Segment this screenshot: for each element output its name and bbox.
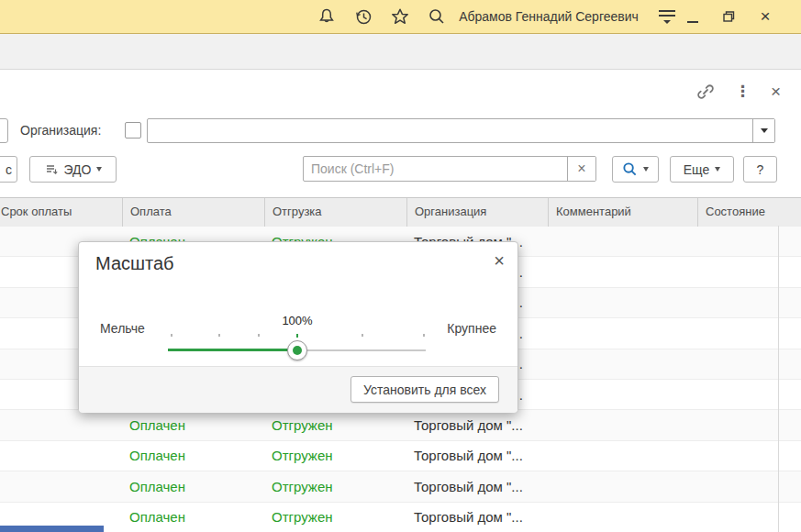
cell-comment bbox=[548, 257, 697, 286]
cell-shipment: Отгружен bbox=[264, 410, 406, 439]
service-menu-lines bbox=[659, 10, 675, 24]
search-icon bbox=[622, 161, 638, 177]
column-header-5[interactable]: Состояние bbox=[697, 198, 801, 227]
cell-comment bbox=[548, 288, 697, 317]
find-button[interactable] bbox=[612, 156, 659, 183]
cell-shipment: Отгружен bbox=[264, 471, 406, 501]
cell-payment: Оплачен bbox=[122, 441, 264, 471]
cell-state bbox=[697, 441, 801, 471]
table-row[interactable]: ОплаченОтгруженТорговый дом "... bbox=[0, 503, 801, 532]
slider-tick-current bbox=[296, 334, 298, 338]
close-window-button[interactable]: × bbox=[756, 0, 774, 33]
taskbar-fragment bbox=[0, 526, 104, 532]
cell-payment: Оплачен bbox=[122, 410, 264, 439]
cell-due bbox=[0, 410, 122, 439]
organization-checkbox[interactable] bbox=[125, 122, 141, 139]
help-button-label: ? bbox=[757, 162, 764, 177]
dialog-footer: Установить для всех bbox=[79, 366, 517, 413]
cell-state bbox=[697, 257, 801, 286]
cell-organization: Торговый дом "... bbox=[406, 471, 548, 501]
function-panel-strip bbox=[0, 34, 801, 70]
table-row[interactable]: ОплаченОтгруженТорговый дом "... bbox=[0, 471, 801, 502]
form-close-button[interactable]: × bbox=[771, 83, 781, 100]
table-header-row: Срок оплатыОплатаОтгрузкаОрганизацияКомм… bbox=[0, 197, 801, 227]
get-link-icon[interactable] bbox=[696, 83, 715, 101]
search-input[interactable] bbox=[304, 157, 567, 181]
more-actions-button[interactable]: Еще bbox=[670, 156, 734, 183]
cell-comment bbox=[548, 349, 697, 379]
cell-organization: Торговый дом "... bbox=[406, 503, 548, 532]
column-header-3[interactable]: Организация bbox=[406, 198, 548, 227]
cutoff-field-fragment[interactable] bbox=[0, 118, 8, 143]
edo-button-label: ЭДО bbox=[64, 162, 92, 177]
cell-comment bbox=[548, 441, 697, 471]
cell-state bbox=[697, 349, 801, 379]
minimize-button[interactable] bbox=[684, 0, 701, 33]
edo-documents-icon bbox=[44, 162, 59, 177]
zoom-slider-handle[interactable] bbox=[287, 340, 307, 360]
column-header-4[interactable]: Комментарий bbox=[548, 198, 697, 227]
search-box: × bbox=[303, 156, 596, 182]
cell-state bbox=[697, 410, 801, 439]
chevron-down-icon bbox=[643, 167, 649, 172]
current-user-name[interactable]: Абрамов Геннадий Сергеевич bbox=[459, 0, 639, 33]
smaller-label: Мельче bbox=[100, 321, 145, 336]
organization-input[interactable] bbox=[148, 119, 752, 142]
chevron-down-icon bbox=[761, 128, 768, 133]
table-row[interactable]: ОплаченОтгруженТорговый дом "... bbox=[0, 410, 801, 440]
cell-state bbox=[697, 503, 801, 532]
history-icon[interactable] bbox=[352, 0, 374, 33]
help-button[interactable]: ? bbox=[743, 156, 777, 183]
zoom-slider-fill bbox=[168, 349, 297, 351]
dialog-title: Масштаб bbox=[95, 253, 174, 274]
app-window: Абрамов Геннадий Сергеевич × ⋮ × bbox=[0, 0, 801, 532]
cell-comment bbox=[548, 471, 697, 501]
apply-for-all-button[interactable]: Установить для всех bbox=[350, 376, 499, 403]
organization-dropdown-button[interactable] bbox=[752, 119, 774, 142]
column-header-1[interactable]: Оплата bbox=[122, 198, 264, 227]
cutoff-button-fragment[interactable]: с bbox=[0, 156, 17, 183]
cell-comment bbox=[548, 318, 697, 348]
table-row[interactable]: ОплаченОтгруженТорговый дом "... bbox=[0, 441, 801, 471]
cell-organization: Торговый дом "... bbox=[406, 441, 548, 471]
larger-label: Крупнее bbox=[447, 321, 496, 336]
dialog-close-button[interactable]: × bbox=[494, 250, 505, 272]
cell-due bbox=[0, 441, 122, 471]
cell-state bbox=[697, 227, 801, 256]
cell-state bbox=[697, 380, 801, 409]
service-menu-icon[interactable] bbox=[655, 0, 679, 33]
chevron-down-icon bbox=[96, 167, 102, 172]
chevron-down-icon bbox=[715, 167, 720, 172]
slider-tick bbox=[258, 334, 260, 337]
clear-search-button[interactable]: × bbox=[567, 157, 595, 181]
cell-comment bbox=[548, 227, 697, 256]
column-header-0[interactable]: Срок оплаты bbox=[0, 198, 122, 227]
slider-tick bbox=[218, 334, 220, 337]
cell-shipment: Отгружен bbox=[264, 503, 406, 532]
cutoff-button-label: с bbox=[6, 162, 12, 177]
notifications-bell-icon[interactable] bbox=[316, 0, 338, 33]
cell-state bbox=[697, 318, 801, 348]
global-search-icon[interactable] bbox=[426, 0, 448, 33]
cell-comment bbox=[548, 503, 697, 532]
title-bar: Абрамов Геннадий Сергеевич × bbox=[0, 0, 801, 34]
slider-tick bbox=[362, 334, 363, 337]
command-bar: с ЭДО × Еще ? bbox=[0, 156, 801, 183]
restore-window-button[interactable] bbox=[719, 0, 738, 33]
column-header-2[interactable]: Отгрузка bbox=[264, 198, 406, 227]
more-button-label: Еще bbox=[684, 162, 710, 177]
cell-payment: Оплачен bbox=[122, 503, 264, 532]
zoom-dialog: Масштаб × Мельче Крупнее 100% Установить… bbox=[78, 241, 518, 413]
cell-comment bbox=[548, 410, 697, 439]
cell-organization: Торговый дом "... bbox=[406, 410, 548, 439]
favorites-star-icon[interactable] bbox=[389, 0, 411, 33]
edo-button[interactable]: ЭДО bbox=[29, 156, 117, 183]
cell-shipment: Отгружен bbox=[264, 441, 406, 471]
table-right-border bbox=[778, 226, 779, 532]
slider-tick bbox=[423, 334, 425, 337]
organization-combobox[interactable] bbox=[147, 118, 775, 143]
form-header-icons: ⋮ × bbox=[696, 83, 781, 101]
cell-payment: Оплачен bbox=[122, 471, 264, 501]
slider-tick bbox=[171, 334, 172, 337]
more-menu-icon[interactable]: ⋮ bbox=[735, 83, 751, 100]
